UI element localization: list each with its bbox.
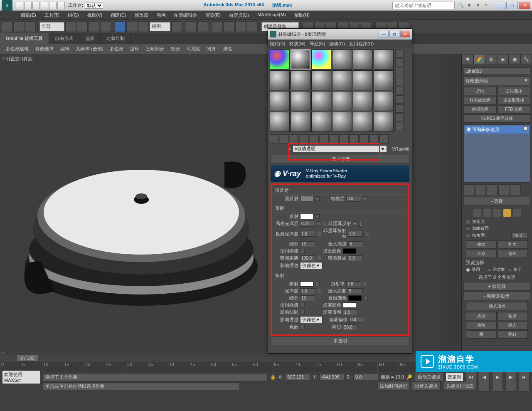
keymode-icon[interactable]	[197, 21, 208, 32]
reflgloss-spinner[interactable]	[300, 231, 315, 237]
mat-minimize-button[interactable]: —	[379, 31, 389, 37]
menu-views[interactable]: 视图(V)	[83, 11, 107, 20]
x-coord-input[interactable]	[285, 374, 310, 380]
window-crossing-icon[interactable]	[100, 21, 111, 32]
show-map-icon[interactable]	[350, 134, 359, 144]
btn-inset[interactable]: 插入	[498, 321, 528, 329]
mat-slot-3[interactable]	[311, 50, 331, 69]
z-coord-input[interactable]	[353, 374, 378, 380]
help-icon[interactable]: ?	[482, 2, 490, 9]
pivot-icon[interactable]	[171, 21, 182, 32]
rb-props[interactable]: 属性	[219, 44, 235, 54]
mat-slot-21[interactable]	[311, 112, 331, 132]
close-button[interactable]: ✕	[519, 2, 530, 9]
cmd-tab-modify-icon[interactable]: 🌈	[473, 54, 485, 64]
mat-close-button[interactable]: ✕	[400, 31, 410, 37]
btn-poly-sel[interactable]: 多边形选择	[498, 96, 531, 104]
menu-grapheditors[interactable]: 图形编辑器	[170, 11, 201, 20]
rollup-editpoly[interactable]: - 编辑多边形	[463, 292, 530, 300]
refcoord-dropdown[interactable]: 视图	[150, 22, 170, 31]
unlink-icon[interactable]	[13, 21, 24, 32]
subobj-border-icon[interactable]	[493, 209, 501, 217]
affect-shadow-checkbox[interactable]	[300, 310, 305, 314]
selection-filter-dropdown[interactable]: 全部	[39, 22, 64, 31]
fog-color-swatch[interactable]	[343, 302, 356, 308]
refl-maxdepth-spinner[interactable]	[348, 241, 363, 247]
fresnel-ior-spinner[interactable]	[348, 231, 363, 237]
search-icon[interactable]: 🔍	[457, 2, 465, 9]
goto-start-icon[interactable]: ⏮	[466, 371, 476, 382]
bind-icon[interactable]	[25, 21, 36, 32]
nav-pan-icon[interactable]	[479, 381, 490, 391]
exit-color-swatch[interactable]	[343, 248, 356, 254]
mat-titlebar[interactable]: 材质编辑器 - b玻璃透明 — □ ✕	[268, 29, 412, 40]
refr-interp-checkbox[interactable]	[300, 303, 305, 307]
ribbon-tab-paint[interactable]: 对象绘制	[101, 33, 131, 44]
dim-fall-spinner[interactable]	[348, 255, 363, 261]
fresnelior-map-btn[interactable]	[365, 232, 369, 236]
subobj-vertex-icon[interactable]	[473, 209, 481, 217]
select-by-mat-icon[interactable]	[395, 114, 404, 122]
rb-tri[interactable]: 三角剖分	[143, 44, 167, 54]
rb-modsel[interactable]: 修改选择	[32, 44, 57, 54]
frame-indicator[interactable]: 0 / 100	[17, 355, 38, 361]
refr-exit-checkbox[interactable]	[363, 296, 368, 300]
keyfilter-button[interactable]: 关键点过滤器	[443, 382, 476, 391]
refr-maxdepth-spinner[interactable]	[348, 288, 363, 294]
mat-menu-material[interactable]: 材质(M)	[289, 41, 305, 47]
menu-render[interactable]: 渲染(R)	[201, 11, 225, 20]
qat-redo-icon[interactable]	[49, 2, 57, 9]
angle-snap-icon[interactable]	[224, 21, 234, 32]
subobj-edge-icon[interactable]	[483, 209, 491, 217]
show-result-icon[interactable]	[475, 184, 486, 195]
btn-bevel[interactable]: 倒角	[466, 321, 497, 329]
link-icon[interactable]	[2, 21, 12, 32]
spinner-snap-icon[interactable]	[247, 21, 258, 32]
fresnel-checkbox[interactable]	[353, 221, 357, 226]
btn-flip[interactable]: 翻转	[498, 330, 528, 339]
material-name-input[interactable]: b玻璃透明▼	[293, 145, 387, 152]
refract-map-btn[interactable]	[315, 282, 320, 286]
mat-menu-nav[interactable]: 导航(N)	[310, 41, 325, 47]
btn-extrude2[interactable]: 挤出	[466, 312, 497, 320]
mat-slot-1[interactable]	[270, 50, 290, 69]
modifier-list-dropdown[interactable]: 修改器列表▼	[463, 77, 530, 85]
rb-edit[interactable]: 编辑	[57, 44, 73, 54]
select-icon[interactable]	[65, 21, 76, 32]
fresnel-lock-button[interactable]: L	[359, 221, 362, 227]
mat-menu-util[interactable]: 实用程序(U)	[349, 41, 374, 47]
mat-slot-24[interactable]	[374, 112, 394, 132]
subobj-element-icon[interactable]	[513, 209, 521, 217]
select-region-icon[interactable]	[89, 21, 99, 32]
qat-open-icon[interactable]	[24, 2, 32, 9]
get-mat-icon[interactable]	[270, 134, 279, 144]
exchange-icon[interactable]: ✕	[474, 2, 481, 9]
chk-by-vertex[interactable]	[466, 220, 470, 224]
btn-insert-vert[interactable]: 插入顶点	[466, 302, 528, 310]
cmd-tab-hierarchy-icon[interactable]: 品	[485, 54, 497, 64]
refl-interp-checkbox[interactable]	[300, 249, 305, 253]
refr-affect-dropdown[interactable]: 仅颜色 ▼	[300, 316, 323, 323]
material-type-button[interactable]: VRayMtl	[392, 146, 409, 151]
copy-icon[interactable]	[310, 134, 319, 144]
btn-nurbs-sel[interactable]: NURBS 曲面选择	[463, 114, 530, 123]
refrgloss-map-btn[interactable]	[317, 289, 321, 293]
rb-polymodel[interactable]: 多边形建模	[2, 44, 32, 54]
mat-menu-options[interactable]: 选项(O)	[329, 41, 345, 47]
refr-gloss-spinner[interactable]	[300, 288, 315, 294]
mat-slot-12[interactable]	[374, 70, 394, 90]
rb-loop[interactable]: 循环	[127, 44, 143, 54]
menu-tools[interactable]: 工具(T)	[40, 11, 64, 20]
qat-save-icon[interactable]	[32, 2, 40, 9]
fog-mult-spinner[interactable]	[343, 309, 358, 315]
setkey-button[interactable]: 设置关键点	[412, 382, 441, 391]
mat-map-nav-icon[interactable]	[395, 123, 404, 131]
maximize-button[interactable]: □	[506, 2, 518, 9]
show-end-icon[interactable]	[360, 134, 369, 144]
mat-slot-10[interactable]	[332, 70, 352, 90]
hilight-spinner[interactable]	[300, 221, 315, 227]
refr-subdiv-spinner[interactable]	[300, 295, 315, 301]
btn-ring[interactable]: 环形	[466, 250, 497, 258]
mat-slot-15[interactable]	[311, 91, 331, 111]
rb-subdiv[interactable]: 细分	[167, 44, 183, 54]
